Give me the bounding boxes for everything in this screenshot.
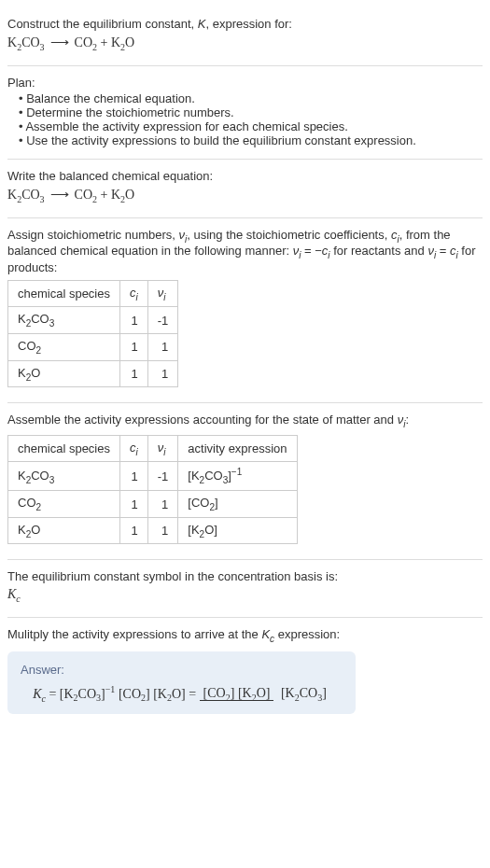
plan-list: • Balance the chemical equation. • Deter… — [7, 91, 483, 147]
table-row: K2CO3 1 -1 [K2CO3]−1 — [8, 462, 298, 491]
cell-v: 1 — [147, 360, 178, 387]
plan-item: • Determine the stoichiometric numbers. — [19, 105, 483, 119]
cell-species: CO2 — [8, 333, 120, 360]
activity-text: Assemble the activity expressions accoun… — [7, 413, 483, 429]
cell-species: K2O — [8, 517, 120, 544]
col-species: chemical species — [8, 280, 120, 307]
stoich-section: Assign stoichiometric numbers, νi, using… — [7, 218, 483, 404]
prompt-text: Construct the equilibrium constant, K, e… — [7, 17, 483, 31]
equation-header: K2CO3⟶CO2 + K2O — [7, 35, 483, 52]
col-v: νi — [147, 435, 178, 462]
activity-section: Assemble the activity expressions accoun… — [7, 403, 483, 560]
cell-expr: [K2CO3]−1 — [178, 462, 297, 491]
cell-c: 1 — [120, 360, 148, 387]
answer-box: Answer: Kc = [K2CO3]−1 [CO2] [K2O] = [CO… — [7, 651, 356, 714]
table-header-row: chemical species ci νi — [8, 280, 178, 307]
cell-v: -1 — [147, 307, 178, 334]
cell-c: 1 — [120, 462, 148, 491]
cell-species: CO2 — [8, 491, 120, 518]
table-row: K2O 1 1 — [8, 360, 178, 387]
equation-balanced: K2CO3⟶CO2 + K2O — [7, 187, 483, 204]
table-row: CO2 1 1 — [8, 333, 178, 360]
table-row: K2O 1 1 [K2O] — [8, 517, 298, 544]
multiply-section: Mulitply the activity expressions to arr… — [7, 618, 483, 723]
header-section: Construct the equilibrium constant, K, e… — [7, 7, 483, 66]
plan-section: Plan: • Balance the chemical equation. •… — [7, 66, 483, 160]
symbol-section: The equilibrium constant symbol in the c… — [7, 560, 483, 618]
plan-item: • Use the activity expressions to build … — [19, 133, 483, 147]
cell-c: 1 — [120, 307, 148, 334]
plan-item: • Balance the chemical equation. — [19, 91, 483, 105]
balanced-section: Write the balanced chemical equation: K2… — [7, 160, 483, 218]
cell-c: 1 — [120, 491, 148, 518]
symbol-value: Kc — [7, 587, 483, 604]
cell-v: 1 — [147, 491, 178, 518]
cell-c: 1 — [120, 333, 148, 360]
cell-species: K2O — [8, 360, 120, 387]
plan-item-text: Determine the stoichiometric numbers. — [26, 105, 234, 119]
col-expr: activity expression — [178, 435, 297, 462]
plan-item: • Assemble the activity expression for e… — [19, 119, 483, 133]
cell-expr: [K2O] — [178, 517, 297, 544]
activity-table: chemical species ci νi activity expressi… — [7, 435, 298, 545]
col-v: νi — [147, 280, 178, 307]
col-c: ci — [120, 280, 148, 307]
col-species: chemical species — [8, 435, 120, 462]
stoich-text: Assign stoichiometric numbers, νi, using… — [7, 228, 483, 274]
cell-c: 1 — [120, 517, 148, 544]
plan-item-text: Assemble the activity expression for eac… — [25, 119, 347, 133]
cell-v: -1 — [147, 462, 178, 491]
cell-v: 1 — [147, 333, 178, 360]
cell-v: 1 — [147, 517, 178, 544]
cell-expr: [CO2] — [178, 491, 297, 518]
plan-title: Plan: — [7, 76, 483, 90]
table-row: CO2 1 1 [CO2] — [8, 491, 298, 518]
multiply-text: Mulitply the activity expressions to arr… — [7, 627, 483, 644]
cell-species: K2CO3 — [8, 462, 120, 491]
cell-species: K2CO3 — [8, 307, 120, 334]
plan-item-text: Use the activity expressions to build th… — [26, 133, 416, 147]
balanced-text: Write the balanced chemical equation: — [7, 169, 483, 183]
plan-item-text: Balance the chemical equation. — [26, 91, 195, 105]
stoich-table: chemical species ci νi K2CO3 1 -1 CO2 1 … — [7, 280, 178, 387]
answer-label: Answer: — [21, 663, 343, 677]
answer-equation: Kc = [K2CO3]−1 [CO2] [K2O] = [CO2] [K2O]… — [21, 684, 343, 703]
symbol-text: The equilibrium constant symbol in the c… — [7, 569, 483, 583]
table-row: K2CO3 1 -1 — [8, 307, 178, 334]
col-c: ci — [120, 435, 148, 462]
table-header-row: chemical species ci νi activity expressi… — [8, 435, 298, 462]
